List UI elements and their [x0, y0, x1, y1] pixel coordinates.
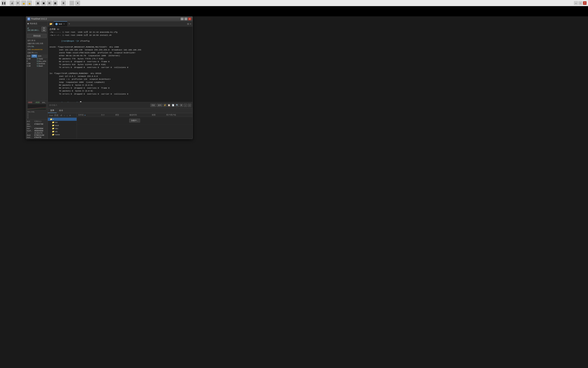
- load-more-btn[interactable]: 加载中...: [129, 119, 140, 122]
- cmd-input-field[interactable]: [49, 104, 149, 107]
- window-titlebar: F FinalShell 3.9.2.2 — □ ✕: [26, 17, 193, 21]
- terminal-line-14: inet 127.0.0.1 netmask 255.0.0.0: [50, 75, 191, 78]
- taskbar-layout4-icon[interactable]: ▩: [53, 1, 58, 5]
- os-close-btn[interactable]: ✕: [583, 1, 587, 5]
- window-maximize-btn[interactable]: □: [184, 18, 187, 20]
- taskbar-layout3-icon[interactable]: ⊞: [47, 1, 52, 5]
- terminal-area[interactable]: 总用量 32 -rw------- 1 root root 1326 12月 1…: [48, 26, 193, 102]
- process-row[interactable]: 3.1M 0.3 bash: [26, 65, 48, 67]
- disk-size-root: 14.2G/17G: [34, 132, 47, 134]
- process-cmd-4: bash: [39, 65, 47, 67]
- taskbar-print-icon[interactable]: 🖨: [10, 1, 15, 5]
- clipboard2-icon-btn[interactable]: 📄: [171, 104, 175, 107]
- process-mem-2: 0: [27, 60, 35, 62]
- terminal-line-2: -rw------- 1 root root 1326 12月 10 21:16…: [50, 31, 191, 34]
- process-row[interactable]: 6.4M 0.7 sshd: [26, 58, 48, 60]
- disk-path-runm: /run/...: [27, 137, 34, 138]
- mem-label: 内存: [27, 49, 31, 50]
- tree-item-home[interactable]: 📁 home: [48, 133, 77, 136]
- active-tab[interactable]: 1 test ✕: [54, 21, 67, 26]
- terminal-prompt-1: [root@bogon ~]#: [61, 40, 80, 42]
- select-btn[interactable]: 选句: [157, 104, 163, 107]
- clipboard1-icon-btn[interactable]: 📋: [167, 104, 171, 107]
- window-minimize-btn[interactable]: —: [181, 18, 184, 20]
- lightning-icon-btn[interactable]: ⚡: [163, 104, 167, 107]
- tab-add-btn[interactable]: +: [67, 21, 71, 26]
- search-icon-btn[interactable]: 🔍: [176, 104, 179, 107]
- table-row[interactable]: 加载中...: [77, 117, 193, 124]
- taskbar-lock2-icon[interactable]: 🔒: [27, 1, 32, 5]
- tree-label-bin: bin: [55, 121, 58, 123]
- file-download-btn[interactable]: ↓: [66, 114, 68, 117]
- copy-ip-btn[interactable]: 复制: [42, 27, 46, 32]
- disk-path-dev: /dev: [27, 123, 34, 125]
- taskbar-pause-icon[interactable]: ❚❚: [1, 1, 6, 5]
- cpu-value: 5%: [32, 46, 34, 47]
- taskbar-history-icon[interactable]: ⟳: [16, 1, 20, 5]
- taskbar-layout2-icon[interactable]: ▣: [41, 1, 46, 5]
- cmd-action-buttons: 历史 选句 ⚡ 📋 📄 🔍 ⚙ ↓ □: [150, 104, 191, 107]
- process-mem-1: 6.4M: [27, 58, 35, 60]
- taskbar-dropdown-icon[interactable]: ▾: [75, 1, 80, 5]
- disk-size-sys: 486M/486M: [34, 130, 47, 132]
- sync-status-header: 同步状态: [26, 21, 48, 26]
- tree-item-etc[interactable]: 📁 etc: [48, 130, 77, 133]
- history-btn[interactable]: 历史: [150, 104, 156, 107]
- tab-close-btn[interactable]: ✕: [63, 23, 65, 25]
- window-close-btn[interactable]: ✕: [188, 18, 191, 20]
- tree-item-boot[interactable]: 📁 boot: [48, 124, 77, 127]
- os-window-controls: — □ ✕: [574, 1, 587, 5]
- traffic-section: ↑906B ↓482B ens... 0ms 本机 0 0 0: [26, 101, 48, 120]
- tree-item-root[interactable]: 📁 /: [48, 118, 77, 121]
- col-user[interactable]: 用户/用户组: [165, 113, 193, 117]
- process-row[interactable]: 4.8M 0.3 vmtools: [26, 63, 48, 65]
- bottom-tab-files[interactable]: 文件: [48, 108, 57, 113]
- taskbar-fullscreen-icon[interactable]: ⛶: [70, 1, 74, 5]
- maximize-icon-btn[interactable]: □: [188, 104, 191, 107]
- taskbar-layout1-icon[interactable]: ▦: [36, 1, 40, 5]
- col-perm[interactable]: 权限: [151, 113, 165, 117]
- folder-icon-bin: 📁: [52, 121, 54, 123]
- process-tab-memory[interactable]: 内存: [26, 55, 32, 58]
- col-size[interactable]: 大小: [100, 113, 114, 117]
- col-type[interactable]: 类型: [114, 113, 128, 117]
- folder-icon-btn[interactable]: 📂: [49, 21, 53, 26]
- bottom-tabs: 文件 命令: [48, 108, 193, 113]
- os-maximize-btn[interactable]: □: [579, 1, 582, 5]
- window-body: 同步状态 IP 192.168.186.1... 复制 系统信息 运行 16 分…: [26, 21, 193, 139]
- tree-item-dev[interactable]: 📁 dev: [48, 127, 77, 130]
- terminal-line-4: [root@bogon ~]# ifconfig: [50, 37, 191, 46]
- terminal-cmd-1: ifconfig: [80, 40, 89, 42]
- terminal-line-17: RX packets 0 bytes 0 (0.0 B): [50, 84, 191, 87]
- tree-item-bin[interactable]: 📁 bin: [48, 121, 77, 124]
- tree-label-etc: etc: [55, 130, 58, 133]
- os-minimize-btn[interactable]: —: [574, 1, 578, 5]
- taskbar-monitor-icon[interactable]: 🖥: [61, 1, 66, 5]
- file-history-btn[interactable]: 历史: [54, 114, 59, 117]
- file-tree: /root 历史 ↺ ↑ ↓ ≡ 📁 / 📁: [48, 113, 77, 139]
- file-refresh-btn[interactable]: ↺: [60, 114, 63, 117]
- col-mtime[interactable]: 修改时间: [128, 113, 151, 117]
- folder-icon-boot: 📁: [52, 124, 54, 127]
- settings-icon-btn[interactable]: ⚙: [180, 104, 183, 107]
- net-metrics: 0ms 本机 0 0 0: [27, 110, 47, 119]
- file-menu-btn[interactable]: ≡: [69, 114, 71, 117]
- process-tab-cpu[interactable]: CPU: [32, 55, 37, 58]
- terminal-line-5: ens33: flags=4163<UP,BROADCAST,RUNNING,M…: [50, 46, 191, 48]
- file-upload-btn[interactable]: ↑: [63, 114, 66, 117]
- process-tab-cmd[interactable]: 命令: [37, 55, 43, 58]
- taskbar-lock1-icon[interactable]: 🔒: [21, 1, 26, 5]
- terminal-line-18: RX errors 0 dropped 0 overruns 0 frame 0: [50, 87, 191, 90]
- tab-right-buttons: ⊞ ≡: [187, 21, 193, 26]
- disk-path-boot: /boot: [27, 134, 34, 136]
- process-row[interactable]: 0 0.3 rcu_sche: [26, 60, 48, 63]
- view-grid-btn[interactable]: ⊞: [187, 22, 189, 25]
- download-icon-btn[interactable]: ↓: [184, 104, 187, 107]
- col-filename[interactable]: 文件名 ▲: [77, 113, 100, 117]
- tree-label-root: /: [53, 118, 54, 120]
- disk-size-dev: 474M/474M: [34, 123, 47, 125]
- bottom-tab-cmd[interactable]: 命令: [57, 108, 66, 113]
- sys-info-btn[interactable]: 系统信息: [27, 34, 47, 38]
- view-list-btn[interactable]: ≡: [190, 22, 191, 25]
- terminal-line-8: ether 00:0c:29:60:45:70 txqueuelen 1000 …: [50, 54, 191, 57]
